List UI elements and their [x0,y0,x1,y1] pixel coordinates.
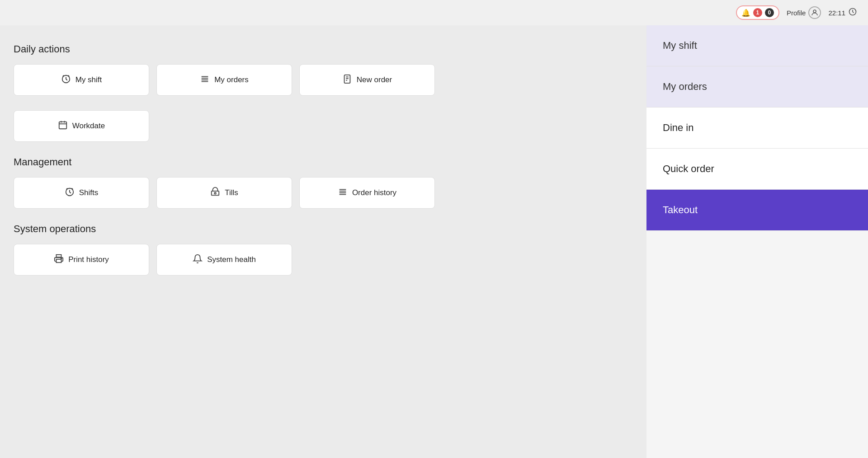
workdate-button[interactable]: Workdate [14,110,149,142]
tills-label: Tills [225,188,238,197]
system-health-button[interactable]: System health [156,244,292,276]
my-shift-icon [61,74,71,86]
right-item-my-shift-label: My shift [663,40,697,51]
my-shift-label: My shift [75,75,102,84]
right-item-my-orders[interactable]: My orders [646,66,868,107]
order-history-icon [338,187,348,199]
workdate-label: Workdate [72,122,105,131]
topbar: 🔔 1 0 Profile 22:11 [0,0,868,25]
section-management: Management Shifts [14,156,633,209]
profile-icon [808,6,821,19]
section-daily-actions: Daily actions My shift [14,43,633,142]
clock-icon [848,7,857,19]
section-title-system-operations: System operations [14,223,633,235]
shifts-button[interactable]: Shifts [14,177,149,209]
right-item-dine-in[interactable]: Dine in [646,107,868,149]
daily-actions-grid-row2: Workdate [14,110,633,142]
svg-point-17 [214,192,216,194]
section-title-management: Management [14,156,633,168]
right-item-takeout-label: Takeout [663,204,698,215]
bell-icon: 🔔 [741,9,750,17]
right-panel: My shift My orders Dine in Quick order T… [646,25,868,458]
section-title-daily-actions: Daily actions [14,43,633,55]
print-history-label: Print history [68,255,109,264]
profile-button[interactable]: Profile [787,6,821,19]
new-order-icon [342,74,352,86]
right-item-takeout[interactable]: Takeout [646,190,868,231]
notification-count-dark: 0 [765,8,774,17]
svg-rect-11 [59,122,67,129]
shifts-label: Shifts [79,188,99,197]
my-orders-button[interactable]: My orders [156,64,292,96]
svg-point-0 [813,10,816,13]
workdate-icon [58,120,68,132]
notification-badge[interactable]: 🔔 1 0 [736,5,779,20]
my-orders-label: My orders [214,75,249,84]
system-health-icon [193,254,203,266]
right-item-my-shift[interactable]: My shift [646,25,868,66]
main-layout: Daily actions My shift [0,25,868,458]
shifts-icon [65,187,75,199]
right-item-my-orders-label: My orders [663,81,707,92]
order-history-button[interactable]: Order history [299,177,435,209]
tills-icon [210,187,220,199]
management-grid: Shifts Tills [14,177,633,209]
right-item-quick-order[interactable]: Quick order [646,149,868,190]
svg-rect-23 [57,259,61,262]
my-orders-icon [200,74,210,86]
profile-label: Profile [787,9,806,17]
system-operations-grid: Print history System health [14,244,633,276]
section-system-operations: System operations Print history [14,223,633,276]
system-health-label: System health [207,255,256,264]
print-history-icon [54,254,64,266]
my-shift-button[interactable]: My shift [14,64,149,96]
time-display: 22:11 [828,7,857,19]
notification-count-red: 1 [753,8,762,17]
new-order-label: New order [357,75,392,84]
tills-button[interactable]: Tills [156,177,292,209]
left-panel: Daily actions My shift [0,25,646,458]
svg-rect-16 [212,191,219,195]
right-item-dine-in-label: Dine in [663,122,693,133]
svg-rect-22 [57,254,61,257]
order-history-label: Order history [352,188,396,197]
svg-point-24 [61,258,62,259]
print-history-button[interactable]: Print history [14,244,149,276]
time-value: 22:11 [828,9,845,17]
right-item-quick-order-label: Quick order [663,163,714,174]
new-order-button[interactable]: New order [299,64,435,96]
daily-actions-grid: My shift My orders [14,64,633,96]
